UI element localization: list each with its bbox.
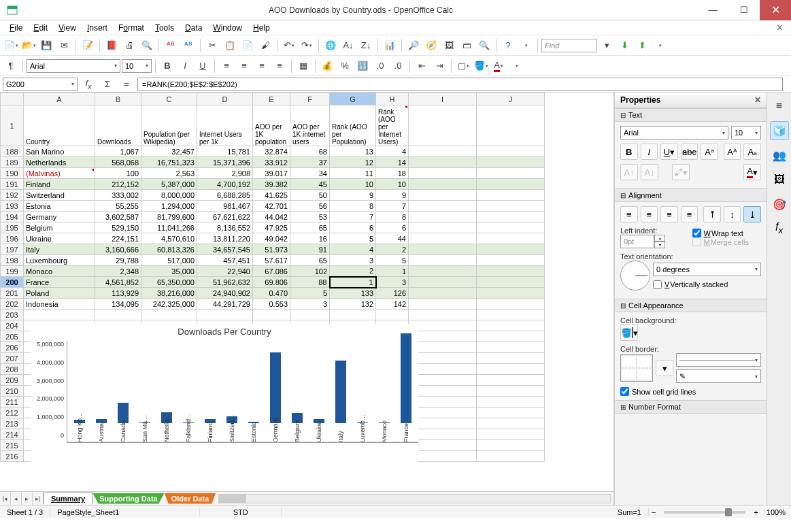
- border-picker[interactable]: [620, 354, 653, 382]
- gallery-icon[interactable]: 👥: [770, 146, 789, 165]
- side-underline-button[interactable]: U ▾: [660, 144, 678, 160]
- spellcheck-button[interactable]: ᴬᴮ: [163, 37, 179, 54]
- menu-view[interactable]: View: [53, 22, 82, 34]
- halign-left[interactable]: ≡: [620, 206, 638, 222]
- gallery-button[interactable]: 🖼: [441, 37, 457, 54]
- format-paint-button[interactable]: 🖌: [257, 37, 273, 54]
- print-button[interactable]: 🖨: [121, 37, 137, 54]
- close-button[interactable]: ✕: [760, 0, 791, 20]
- properties-icon[interactable]: 🧊: [770, 121, 789, 140]
- find-more[interactable]: [652, 37, 668, 54]
- fontcolor-button[interactable]: A: [490, 58, 507, 74]
- wrap-text-checkbox[interactable]: WWrap text: [692, 229, 762, 237]
- side-shadow-button[interactable]: Aᵃ: [701, 144, 718, 160]
- functions-icon[interactable]: fx: [770, 219, 789, 238]
- section-text[interactable]: Text: [615, 108, 767, 122]
- side-bold-button[interactable]: B: [620, 144, 638, 160]
- preview-button[interactable]: 🔍: [139, 37, 155, 54]
- sheet-tab-supporting[interactable]: Supporting Data: [92, 493, 165, 504]
- find-dropdown[interactable]: ▾: [599, 37, 615, 54]
- sheet-tab-older[interactable]: Older Data: [165, 493, 216, 504]
- side-italic-button[interactable]: I: [641, 144, 658, 160]
- align-right-button[interactable]: ≡: [254, 58, 270, 74]
- navigator-icon[interactable]: 🖼: [770, 170, 789, 189]
- font-size-combo[interactable]: 10▾: [122, 59, 152, 73]
- find-input[interactable]: Find: [541, 39, 597, 52]
- menu-help[interactable]: Help: [248, 22, 275, 34]
- document-close-icon[interactable]: ×: [773, 22, 787, 34]
- tab-first-button[interactable]: |◂: [0, 493, 11, 505]
- side-strike-button[interactable]: abc: [681, 144, 699, 160]
- styles-icon[interactable]: 🎯: [770, 195, 789, 214]
- bgcolor-button[interactable]: 🪣: [473, 58, 489, 74]
- side-shrink-button[interactable]: A↓: [641, 164, 658, 180]
- format-more[interactable]: [508, 58, 524, 74]
- horizontal-scrollbar[interactable]: [218, 494, 611, 503]
- cut-button[interactable]: ✂: [204, 37, 220, 54]
- indent-spinner[interactable]: 0pt▴▾: [620, 235, 690, 248]
- halign-right[interactable]: ≡: [660, 206, 678, 222]
- bg-color-button[interactable]: 🪣▾: [620, 325, 638, 341]
- valign-top[interactable]: ⤒: [703, 206, 721, 222]
- function-button[interactable]: =: [118, 76, 135, 93]
- italic-button[interactable]: I: [177, 58, 193, 74]
- menu-data[interactable]: Data: [180, 22, 207, 34]
- hyperlink-button[interactable]: 🌐: [322, 37, 339, 54]
- save-button[interactable]: 💾: [38, 37, 54, 54]
- valign-bottom[interactable]: ⤓: [743, 206, 761, 222]
- align-justify-button[interactable]: ≡: [271, 58, 288, 74]
- zoom-slider[interactable]: [664, 511, 745, 514]
- sum-button[interactable]: Σ: [99, 76, 116, 93]
- font-name-combo[interactable]: Arial▾: [27, 59, 120, 73]
- formula-input[interactable]: =RANK(E200;$E$2:$E$202): [137, 78, 783, 91]
- side-sub-button[interactable]: Aₐ: [743, 144, 761, 160]
- currency-button[interactable]: 💰: [319, 58, 335, 74]
- section-alignment[interactable]: Alignment: [615, 188, 767, 202]
- side-fontcolor-button[interactable]: A ▾: [743, 164, 761, 180]
- function-wizard-button[interactable]: fx: [80, 76, 97, 93]
- chart-button[interactable]: 📊: [382, 37, 398, 54]
- menu-format[interactable]: Format: [113, 22, 150, 34]
- paste-button[interactable]: 📄: [239, 37, 256, 54]
- borders-button[interactable]: ▢: [455, 58, 471, 74]
- menu-edit[interactable]: Edit: [28, 22, 53, 34]
- email-button[interactable]: ✉: [56, 37, 72, 54]
- tab-last-button[interactable]: ▸|: [33, 493, 44, 505]
- new-button[interactable]: 📄: [3, 37, 19, 54]
- tab-prev-button[interactable]: ◂: [11, 493, 22, 505]
- navigator-button[interactable]: 🧭: [423, 37, 439, 54]
- sheet-tab-summary[interactable]: Summary: [44, 493, 92, 504]
- menu-insert[interactable]: Insert: [82, 22, 113, 34]
- find-button[interactable]: 🔎: [405, 37, 422, 54]
- orientation-degrees[interactable]: 0 degrees▾: [653, 263, 761, 276]
- underline-button[interactable]: U: [195, 58, 211, 74]
- align-left-button[interactable]: ≡: [218, 58, 235, 74]
- halign-justify[interactable]: ≡: [681, 206, 699, 222]
- sidebar-close-icon[interactable]: ✕: [754, 95, 761, 105]
- menu-window[interactable]: Window: [207, 22, 248, 34]
- percent-button[interactable]: %: [337, 58, 353, 74]
- pdf-export-button[interactable]: 📕: [103, 37, 120, 54]
- sort-asc-button[interactable]: A↓: [340, 37, 356, 54]
- menu-tools[interactable]: Tools: [150, 22, 180, 34]
- side-font-size[interactable]: 10▾: [731, 126, 761, 139]
- side-highlight-button[interactable]: 🖍▾: [672, 164, 690, 180]
- redo-button[interactable]: ↷: [299, 37, 315, 54]
- datasources-button[interactable]: 🗃: [458, 37, 475, 54]
- help-button[interactable]: ?: [500, 37, 516, 54]
- side-grow-button[interactable]: A↑: [620, 164, 638, 180]
- find-next-button[interactable]: ⬇: [616, 37, 633, 54]
- styles-button[interactable]: ¶: [3, 58, 19, 74]
- merge-cells-button[interactable]: ▦: [295, 58, 312, 74]
- merge-cells-checkbox[interactable]: MMerge cells: [692, 237, 762, 246]
- increase-indent-button[interactable]: ⇥: [431, 58, 448, 74]
- side-super-button[interactable]: Aᴬ: [724, 144, 741, 160]
- orientation-dial[interactable]: [620, 261, 650, 290]
- border-color-combo[interactable]: ✎▾: [676, 369, 761, 383]
- copy-button[interactable]: 📋: [222, 37, 238, 54]
- border-dropdown[interactable]: ▾: [656, 360, 673, 376]
- decrease-indent-button[interactable]: ⇤: [414, 58, 430, 74]
- section-number-format[interactable]: Number Format: [615, 400, 767, 414]
- open-button[interactable]: 📂: [20, 37, 37, 54]
- add-decimal-button[interactable]: .0: [372, 58, 388, 74]
